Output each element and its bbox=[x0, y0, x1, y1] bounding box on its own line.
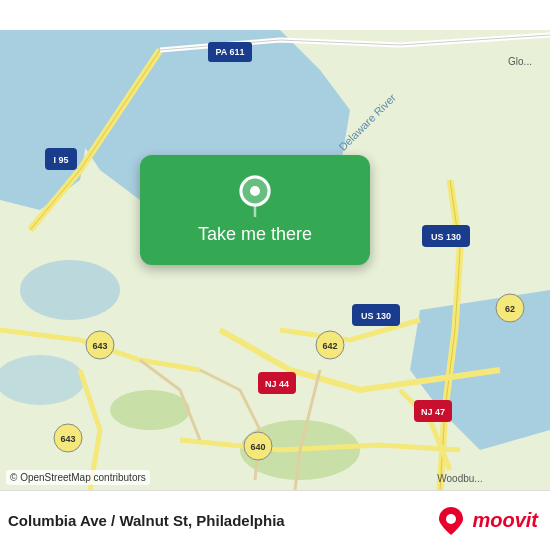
moovit-brand-text: moovit bbox=[472, 509, 538, 532]
svg-text:US 130: US 130 bbox=[361, 311, 391, 321]
svg-text:643: 643 bbox=[60, 434, 75, 444]
moovit-pin-icon bbox=[438, 506, 464, 536]
svg-point-1 bbox=[20, 260, 120, 320]
svg-point-32 bbox=[250, 186, 260, 196]
svg-text:Woodbu...: Woodbu... bbox=[437, 473, 482, 484]
svg-text:643: 643 bbox=[92, 341, 107, 351]
osm-attribution: © OpenStreetMap contributors bbox=[6, 470, 150, 485]
svg-text:62: 62 bbox=[505, 304, 515, 314]
location-card[interactable]: Take me there bbox=[140, 155, 370, 265]
svg-point-4 bbox=[110, 390, 190, 430]
svg-text:NJ 47: NJ 47 bbox=[421, 407, 445, 417]
map-container: I 95 PA 611 US 130 US 130 NJ 44 NJ 47 64… bbox=[0, 0, 550, 550]
svg-point-33 bbox=[446, 514, 456, 524]
bottom-bar: Columbia Ave / Walnut St, Philadelphia m… bbox=[0, 490, 550, 550]
location-pin-icon bbox=[235, 176, 275, 216]
map-background: I 95 PA 611 US 130 US 130 NJ 44 NJ 47 64… bbox=[0, 0, 550, 550]
svg-text:642: 642 bbox=[322, 341, 337, 351]
svg-text:PA 611: PA 611 bbox=[215, 47, 244, 57]
svg-text:640: 640 bbox=[250, 442, 265, 452]
svg-text:I 95: I 95 bbox=[53, 155, 68, 165]
address-text: Columbia Ave / Walnut St, Philadelphia bbox=[8, 512, 285, 529]
moovit-logo: moovit bbox=[438, 506, 538, 536]
svg-text:Glo...: Glo... bbox=[508, 56, 532, 67]
take-me-there-button[interactable]: Take me there bbox=[198, 224, 312, 245]
svg-text:US 130: US 130 bbox=[431, 232, 461, 242]
svg-text:NJ 44: NJ 44 bbox=[265, 379, 289, 389]
